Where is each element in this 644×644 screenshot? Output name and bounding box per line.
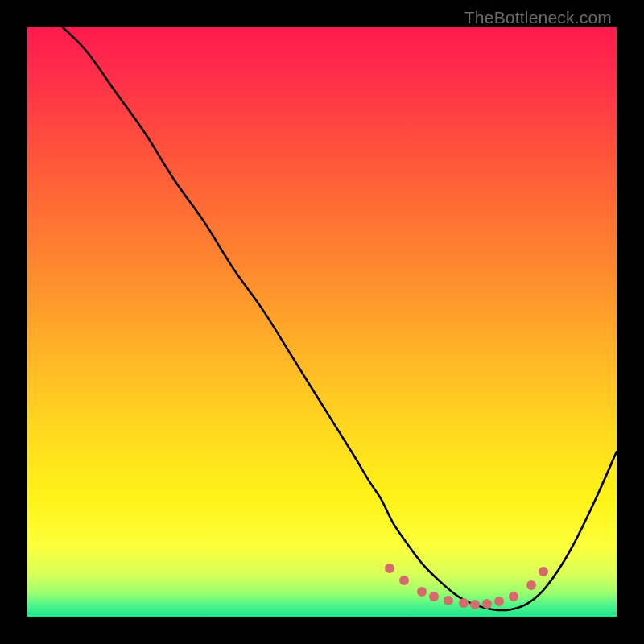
valley-marker-dot [526, 580, 536, 590]
valley-marker-dot [429, 592, 439, 601]
chart-frame: TheBottleneck.com [0, 0, 644, 644]
valley-marker-dot [482, 599, 492, 609]
valley-marker-dot [459, 598, 469, 608]
valley-marker-dot [539, 567, 548, 576]
valley-marker-dot [470, 600, 480, 609]
bottleneck-curve [27, 27, 617, 617]
watermark-text: TheBottleneck.com [464, 8, 612, 27]
valley-marker-dot [417, 587, 427, 597]
plot-area [27, 27, 617, 617]
valley-marker-dot [399, 576, 409, 585]
valley-marker-dot [494, 597, 504, 606]
valley-marker-dot [509, 592, 518, 601]
valley-marker-dot [385, 564, 394, 573]
valley-marker-dot [444, 596, 453, 605]
